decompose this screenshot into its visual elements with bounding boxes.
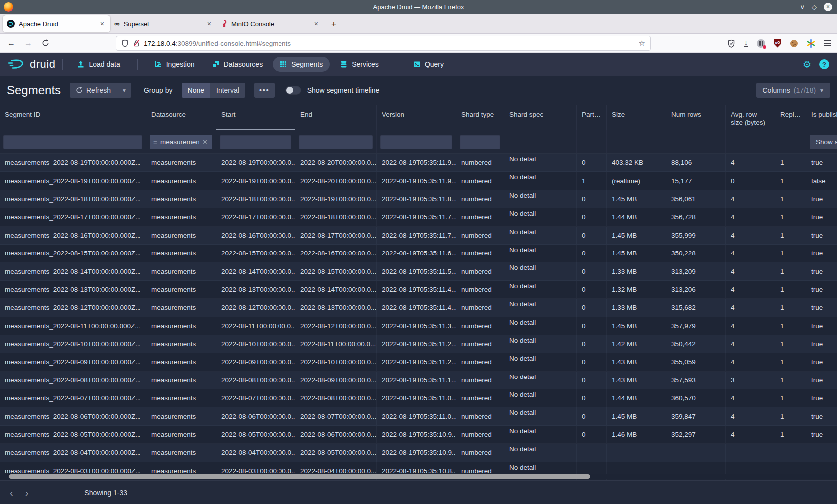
window-close-icon[interactable]: × bbox=[824, 3, 832, 11]
filter-input-segment-id[interactable] bbox=[3, 135, 142, 149]
table-row[interactable]: measurements_2022-08-11T00:00:00.000Z...… bbox=[0, 317, 837, 335]
cell-segment-id[interactable]: measurements_2022-08-09T00:00:00.000Z... bbox=[0, 353, 146, 371]
refresh-button[interactable]: Refresh bbox=[70, 83, 117, 98]
table-row[interactable]: measurements_2022-08-13T00:00:00.000Z...… bbox=[0, 281, 837, 299]
cell-segment-id[interactable]: measurements_2022-08-19T00:00:00.000Z... bbox=[0, 154, 146, 171]
table-row[interactable]: measurements_2022-08-06T00:00:00.000Z...… bbox=[0, 407, 837, 425]
nav-item-ingestion[interactable]: Ingestion bbox=[147, 57, 202, 72]
cell-segment-id[interactable]: measurements_2022-08-14T00:00:00.000Z... bbox=[0, 262, 146, 280]
forward-icon[interactable]: → bbox=[20, 39, 37, 48]
new-tab-button[interactable]: + bbox=[331, 19, 336, 29]
datasource-filter-chip[interactable]: =measurements✕ bbox=[150, 135, 212, 149]
cell-segment-id[interactable]: measurements_2022-08-18T00:00:00.000Z... bbox=[0, 190, 146, 208]
cell-segment-id[interactable]: measurements_2022-08-11T00:00:00.000Z... bbox=[0, 317, 146, 335]
nav-item-datasources[interactable]: Datasources bbox=[205, 57, 270, 72]
prev-page-icon[interactable]: ‹ bbox=[4, 488, 19, 498]
downloads-icon[interactable]: ↓ bbox=[744, 40, 748, 47]
url-bar[interactable]: 172.18.0.4:30899/unified-console.html#se… bbox=[116, 36, 651, 51]
cell-segment-id[interactable]: measurements_2022-08-04T00:00:00.000Z... bbox=[0, 444, 146, 461]
column-header-avg-row-size-bytes[interactable]: Avg. row size (bytes) bbox=[726, 105, 775, 130]
table-row[interactable]: measurements_2022-08-04T00:00:00.000Z...… bbox=[0, 444, 837, 462]
filter-input-start[interactable] bbox=[220, 135, 291, 149]
table-row[interactable]: measurements_2022-08-15T00:00:00.000Z...… bbox=[0, 245, 837, 262]
bookmark-star-icon[interactable]: ☆ bbox=[639, 39, 645, 48]
container-extension-icon[interactable] bbox=[757, 39, 765, 48]
column-header-num-rows[interactable]: Num rows bbox=[666, 105, 726, 130]
filter-input-version[interactable] bbox=[380, 135, 452, 149]
protections-shield-icon[interactable] bbox=[727, 39, 735, 48]
is-published-filter-button[interactable]: Show all bbox=[810, 135, 837, 149]
columns-button[interactable]: Columns (17/18) ▼ bbox=[756, 83, 830, 98]
reload-icon[interactable] bbox=[37, 39, 54, 47]
cell-segment-id[interactable]: measurements_2022-08-12T00:00:00.000Z... bbox=[0, 299, 146, 316]
tab-close-icon[interactable]: × bbox=[98, 20, 106, 28]
cell-segment-id[interactable]: measurements_2022-08-08T00:00:00.000Z... bbox=[0, 372, 146, 389]
cell-segment-id[interactable]: measurements_2022-08-15T00:00:00.000Z... bbox=[0, 245, 146, 262]
nav-item-load-data[interactable]: Load data bbox=[70, 57, 127, 72]
table-row[interactable]: measurements_2022-08-19T00:00:00.000Z...… bbox=[0, 172, 837, 190]
column-header-datasource[interactable]: Datasource bbox=[146, 105, 216, 130]
group-by-none-button[interactable]: None bbox=[182, 83, 210, 98]
column-header-partition[interactable]: Partition bbox=[577, 105, 607, 130]
tab-close-icon[interactable]: × bbox=[205, 20, 213, 28]
table-row[interactable]: measurements_2022-08-17T00:00:00.000Z...… bbox=[0, 208, 837, 226]
cell-start: 2022-08-17T00:00:00.0... bbox=[216, 208, 295, 226]
table-row[interactable]: measurements_2022-08-07T00:00:00.000Z...… bbox=[0, 389, 837, 407]
cell-segment-id[interactable]: measurements_2022-08-17T00:00:00.000Z... bbox=[0, 208, 146, 226]
menu-hamburger-icon[interactable] bbox=[824, 40, 831, 46]
cell-segment-id[interactable]: measurements_2022-08-13T00:00:00.000Z... bbox=[0, 281, 146, 298]
cell-segment-id[interactable]: measurements_2022-08-07T00:00:00.000Z... bbox=[0, 389, 146, 407]
gear-icon[interactable]: ⚙ bbox=[803, 59, 811, 70]
column-header-size[interactable]: Size bbox=[607, 105, 666, 130]
column-header-segment-id[interactable]: Segment ID bbox=[0, 105, 146, 130]
column-header-shard-spec[interactable]: Shard spec bbox=[504, 105, 577, 130]
column-header-replication[interactable]: Replication bbox=[775, 105, 806, 130]
cell-segment-id[interactable]: measurements_2022-08-05T00:00:00.000Z... bbox=[0, 426, 146, 443]
tab-close-icon[interactable]: × bbox=[312, 20, 320, 28]
filter-input-end[interactable] bbox=[299, 135, 373, 149]
nav-item-query[interactable]: Query bbox=[406, 57, 451, 72]
table-row[interactable]: measurements_2022-08-18T00:00:00.000Z...… bbox=[0, 190, 837, 208]
table-row[interactable]: measurements_2022-08-19T00:00:00.000Z...… bbox=[0, 154, 837, 172]
table-row[interactable]: measurements_2022-08-14T00:00:00.000Z...… bbox=[0, 262, 837, 280]
cookie-extension-icon[interactable] bbox=[790, 39, 798, 48]
column-header-start[interactable]: Start bbox=[216, 105, 295, 130]
column-header-end[interactable]: End bbox=[295, 105, 377, 130]
column-header-shard-type[interactable]: Shard type bbox=[456, 105, 504, 130]
cell-segment-id[interactable]: measurements_2022-08-10T00:00:00.000Z... bbox=[0, 335, 146, 353]
column-header-is-published[interactable]: Is published bbox=[806, 105, 837, 130]
horizontal-scrollbar-thumb[interactable] bbox=[9, 474, 590, 479]
cell-segment-id[interactable]: measurements_2022-08-06T00:00:00.000Z... bbox=[0, 407, 146, 425]
table-row[interactable]: measurements_2022-08-08T00:00:00.000Z...… bbox=[0, 372, 837, 389]
refresh-dropdown-button[interactable]: ▼ bbox=[117, 83, 131, 98]
filter-chip-remove-icon[interactable]: ✕ bbox=[202, 138, 208, 146]
table-row[interactable]: measurements_2022-08-12T00:00:00.000Z...… bbox=[0, 299, 837, 317]
cell-segment-id[interactable]: measurements_2022-08-16T00:00:00.000Z... bbox=[0, 227, 146, 244]
window-maximize-icon[interactable]: ◇ bbox=[812, 4, 817, 10]
browser-tab-superset[interactable]: ∞Superset× bbox=[110, 15, 217, 32]
nav-item-services[interactable]: Services bbox=[333, 57, 386, 72]
insecure-lock-icon[interactable] bbox=[133, 39, 140, 47]
next-page-icon[interactable]: › bbox=[19, 488, 35, 498]
window-minimize-icon[interactable]: ∨ bbox=[800, 4, 805, 10]
filter-input-shard-type[interactable] bbox=[460, 135, 500, 149]
segment-timeline-toggle[interactable] bbox=[285, 86, 301, 95]
browser-tab-apache-druid[interactable]: Apache Druid× bbox=[3, 15, 110, 32]
help-icon[interactable]: ? bbox=[819, 59, 829, 69]
group-by-interval-button[interactable]: Interval bbox=[210, 83, 245, 98]
more-options-button[interactable]: ••• bbox=[254, 83, 275, 98]
browser-tab-minio-console[interactable]: MinIO Console× bbox=[217, 15, 324, 32]
multicolor-asterisk-extension-icon[interactable] bbox=[807, 39, 815, 48]
nav-item-segments[interactable]: Segments bbox=[273, 57, 330, 72]
table-row[interactable]: measurements_2022-08-09T00:00:00.000Z...… bbox=[0, 353, 837, 371]
back-icon[interactable]: ← bbox=[3, 39, 20, 48]
column-header-version[interactable]: Version bbox=[377, 105, 456, 130]
ublock-extension-icon[interactable]: uO bbox=[774, 39, 781, 48]
tracking-protection-shield-icon[interactable] bbox=[121, 39, 129, 47]
cell-segment-id[interactable]: measurements_2022-08-19T00:00:00.000Z... bbox=[0, 172, 146, 189]
table-row[interactable]: measurements_2022-08-05T00:00:00.000Z...… bbox=[0, 426, 837, 444]
table-row[interactable]: measurements_2022-08-16T00:00:00.000Z...… bbox=[0, 227, 837, 245]
druid-logo[interactable]: druid bbox=[8, 58, 55, 71]
table-row[interactable]: measurements_2022-08-10T00:00:00.000Z...… bbox=[0, 335, 837, 353]
horizontal-scrollbar[interactable] bbox=[0, 474, 837, 479]
